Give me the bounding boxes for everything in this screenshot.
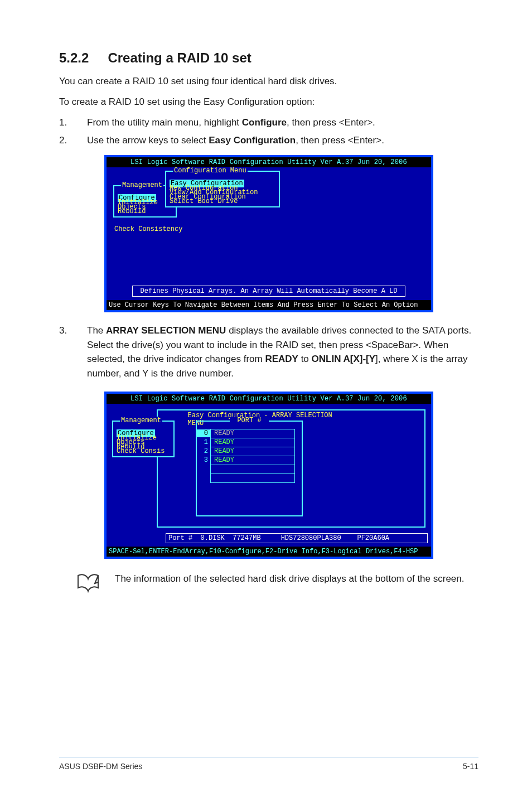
footer-left: ASUS DSBF-DM Series <box>59 762 142 771</box>
port-row-3[interactable]: 3 READY <box>197 455 302 465</box>
management-menu-box-2: Management Configure Initialize Objects … <box>112 421 175 457</box>
port-row-2[interactable]: 2 READY <box>197 446 302 456</box>
step-1: From the utility main menu, highlight Co… <box>59 115 478 130</box>
footer-right: 5-11 <box>463 762 478 771</box>
step-3: The ARRAY SELECTION MENU displays the av… <box>59 323 478 380</box>
section-title-text: Creating a RAID 10 set <box>108 50 251 65</box>
drive-info-line: Port # 0.DISK 77247MB HDS728080PLA380 PF… <box>166 533 428 543</box>
port-selection-box: PORT # 0 READY 1 READY 2 READY 3 <box>196 421 303 516</box>
section-heading: 5.2.2Creating a RAID 10 set <box>59 50 478 66</box>
terminal1-footer: Use Cursor Keys To Navigate Between Item… <box>107 300 431 310</box>
port-index: 3 <box>197 456 210 464</box>
port-index: 0 <box>197 429 210 437</box>
mgmt-menu-item-rebuild[interactable]: Rebuild <box>118 207 172 215</box>
terminal2-title: LSI Logic Software RAID Configuration Ut… <box>107 394 431 404</box>
step-2: Use the arrow keys to select Easy Config… <box>59 133 478 148</box>
port-status: READY <box>210 456 295 465</box>
note-block: The information of the selected hard dis… <box>76 572 478 598</box>
step2-bold: Easy Configuration <box>209 135 296 146</box>
port-status: READY <box>210 447 295 456</box>
port-row-0[interactable]: 0 READY <box>197 428 302 438</box>
intro-paragraph-1: You can create a RAID 10 set using four … <box>59 75 478 89</box>
terminal-screenshot-1: LSI Logic Software RAID Configuration Ut… <box>104 155 433 312</box>
step1-bold: Configure <box>242 117 287 128</box>
terminal-screenshot-2: LSI Logic Software RAID Configuration Ut… <box>104 392 433 559</box>
configuration-menu-box: Configuration Menu Easy Configuration Ne… <box>165 171 280 207</box>
config-menu-item-boot[interactable]: Select Boot Drive <box>170 197 275 205</box>
step3-bold-ready: READY <box>265 354 298 364</box>
note-text: The information of the selected hard dis… <box>115 572 465 586</box>
port-index: 2 <box>197 447 210 455</box>
mgmt-menu-title: Management <box>121 181 163 189</box>
mgmt2-item-check-consis[interactable]: Check Consis <box>117 447 170 455</box>
section-number: 5.2.2 <box>59 50 89 66</box>
mgmt2-title: Management <box>120 417 162 424</box>
port-row-1[interactable]: 1 READY <box>197 437 302 447</box>
port-status: READY <box>210 438 295 447</box>
port-row-empty <box>197 464 302 474</box>
port-row-empty <box>197 473 302 483</box>
port-header: PORT # <box>230 417 269 424</box>
config-menu-title: Configuration Menu <box>173 167 248 175</box>
status-line-defines: Defines Physical Arrays. An Array Will A… <box>132 286 405 297</box>
terminal1-title: LSI Logic Software RAID Configuration Ut… <box>107 157 431 167</box>
step3-bold-array: ARRAY SELECTION MENU <box>106 325 226 336</box>
note-icon <box>76 572 100 598</box>
terminal2-footer: SPACE-Sel,ENTER-EndArray,F10-Configure,F… <box>107 547 431 557</box>
step3-bold-onlin: ONLIN A[X]-[Y <box>312 354 376 364</box>
port-status: READY <box>210 429 295 438</box>
page-footer: ASUS DSBF-DM Series 5-11 <box>59 757 478 771</box>
intro-paragraph-2: To create a RAID 10 set using the Easy C… <box>59 95 478 109</box>
port-index: 1 <box>197 438 210 446</box>
mgmt-menu-item-check-consistency[interactable]: Check Consistency <box>114 225 182 233</box>
